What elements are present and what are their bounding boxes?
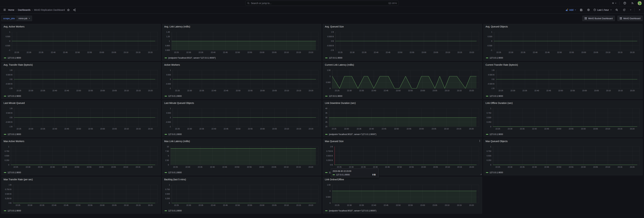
panel-header[interactable]: Avg. Queued Objects <box>484 24 643 29</box>
panel-header[interactable]: Avg. Link Latency (millis) <box>162 24 321 29</box>
chart-canvas[interactable] <box>173 108 318 127</box>
series-label[interactable]: {endpoint="localhost:9010", server="127.… <box>168 57 216 59</box>
panel-chart[interactable]: 1 B0.750 B0.500 B0.250 B0 B22:2522:3022:… <box>2 177 160 213</box>
chart-canvas[interactable] <box>172 32 318 50</box>
series-label[interactable]: 127.0.0.1:9000 <box>490 171 503 174</box>
panel-chart[interactable]: 10.5000-0.500-122:2522:3022:3522:4022:45… <box>162 62 321 99</box>
series-label[interactable]: 127.0.0.1:9000 <box>490 57 503 59</box>
panel-chart[interactable]: 1.401.2010.8000.60022:2522:3022:3522:402… <box>162 24 321 61</box>
series-label[interactable]: 127.0.0.1:9000 <box>8 171 21 174</box>
panel-chart[interactable]: 10.7500.5000.250022:2522:3022:3522:4022:… <box>484 100 643 137</box>
variable-scrape-jobs[interactable]: scrape_jobs minio-job <box>1 16 32 21</box>
series-label[interactable]: 127.0.0.1:9000 <box>490 95 503 97</box>
grafana-logo[interactable] <box>2 1 6 5</box>
panel-header[interactable]: Max Queued Size <box>323 139 482 144</box>
panel-header[interactable]: Link Online/Offline <box>323 177 482 182</box>
panel-chart[interactable]: 1 B0.500 B0 B-0.500 B-1 B22:2522:3022:35… <box>484 62 643 99</box>
series-label[interactable]: 127.0.0.1:9000 <box>168 171 182 174</box>
x-axis-tick-label: 22:30 <box>508 128 512 130</box>
chart-canvas[interactable] <box>332 185 479 203</box>
new-menu-button[interactable] <box>612 1 616 6</box>
panel-chart[interactable]: 1.5010.500022:2522:3022:3522:4022:4522:5… <box>323 177 482 213</box>
dashboard-settings-button[interactable] <box>586 8 591 13</box>
search-input[interactable]: Search or jump to... ctrl+k <box>246 1 398 6</box>
panel-chart[interactable]: 10.7500.5000.250022:2522:3022:3522:4022:… <box>484 139 643 175</box>
panel-header[interactable]: Last Minute Queued Objects <box>162 100 321 105</box>
panel-chart[interactable]: 1 B0.500 B0 B-0.500 B-1 B22:2522:3022:35… <box>2 62 160 99</box>
zoom-out-time-button[interactable] <box>614 8 619 13</box>
panel-chart[interactable]: 10.5000-0.500-122:2522:3022:3522:4022:45… <box>162 100 321 137</box>
share-button[interactable] <box>72 8 77 13</box>
link-minio-dashboard[interactable]: MinIO Dashboard <box>618 16 643 21</box>
series-label[interactable]: {endpoint="localhost:9010", server="127.… <box>329 133 376 136</box>
series-label[interactable]: 127.0.0.1:9000 <box>168 133 182 136</box>
refresh-button[interactable] <box>622 8 627 13</box>
series-label[interactable]: 127.0.0.1:9000 <box>8 209 21 212</box>
series-label[interactable]: 127.0.0.1:9000 <box>490 133 503 136</box>
variable-value-dropdown[interactable]: minio-job <box>17 16 32 21</box>
series-label[interactable]: 127.0.0.1:9000 <box>8 95 21 97</box>
panel-header[interactable]: Avg. Active Workers <box>2 24 160 29</box>
panel-header[interactable]: Current Transfer Rate (bytes/s) <box>484 62 643 67</box>
panel-header[interactable]: Max Queued Objects <box>484 139 643 144</box>
chart-canvas[interactable] <box>11 147 158 165</box>
chart-canvas[interactable] <box>173 70 318 88</box>
panel-header[interactable]: Current Link Latency (millis) <box>323 62 482 67</box>
chart-canvas[interactable] <box>13 185 158 203</box>
panel-header[interactable]: Max Transfer Rate (per sec) <box>2 177 160 182</box>
panel-chart[interactable]: 10.7500.5000.250022:2522:3022:3522:4022:… <box>162 177 321 213</box>
series-label[interactable]: 127.0.0.1:9000 <box>329 95 342 97</box>
refresh-interval-picker[interactable] <box>629 8 632 13</box>
panel-header[interactable]: Last Minute Queued <box>2 100 160 105</box>
chart-canvas[interactable] <box>329 108 479 127</box>
panel-header[interactable]: Max Link Latency (millis) <box>162 139 321 144</box>
series-label[interactable]: 127.0.0.1:9000 <box>8 57 21 59</box>
chart-canvas[interactable] <box>12 32 158 50</box>
help-button[interactable] <box>622 1 627 6</box>
chart-canvas[interactable] <box>172 185 318 203</box>
panel-header[interactable]: Avg. Queued Size <box>323 24 482 29</box>
series-label[interactable]: 127.0.0.1:9000 <box>168 95 182 97</box>
chart-canvas[interactable] <box>332 70 479 88</box>
chart-canvas[interactable] <box>334 147 479 165</box>
news-icon[interactable] <box>630 1 635 6</box>
panel-header[interactable]: Backlog (last 5 mins) <box>162 177 321 182</box>
breadcrumb-dashboards[interactable]: Dashboards <box>18 9 30 11</box>
panel-header[interactable]: Avg. Transfer Rate (bytes/s) <box>2 62 160 67</box>
time-range-picker[interactable]: Last 1 hour <box>594 9 612 11</box>
panel-chart[interactable]: 1 B0.500 B0 B-0.500 B-1 B22:2522:3022:35… <box>323 24 482 61</box>
chart-canvas[interactable] <box>14 70 158 88</box>
panel-chart[interactable]: 403530252022:2522:3022:3522:4022:4522:50… <box>323 100 482 137</box>
panel-header[interactable]: Link Offline Duration (sec) <box>484 100 643 105</box>
chart-canvas[interactable] <box>493 108 640 127</box>
add-panel-button[interactable]: Add <box>566 9 576 11</box>
favorite-star-button[interactable] <box>66 8 71 13</box>
link-minio-bucket-dashboard[interactable]: MinIO Bucket Dashboard <box>582 16 615 21</box>
panel-chart[interactable]: 10.5000-0.500-122:2522:3022:3522:4022:45… <box>2 24 160 61</box>
chart-canvas[interactable] <box>171 147 318 165</box>
user-avatar[interactable] <box>638 1 642 5</box>
series-label[interactable]: 127.0.0.1:9000 <box>329 57 342 59</box>
series-label[interactable]: 127.0.0.1:9000 <box>168 209 182 212</box>
menu-toggle-button[interactable] <box>2 8 7 13</box>
chart-canvas[interactable] <box>336 32 479 50</box>
chart-canvas[interactable] <box>493 147 640 165</box>
panel-chart[interactable]: 10.5000-0.500-122:2522:3022:3522:4022:45… <box>484 24 643 61</box>
series-label[interactable]: 127.0.0.1:9000 <box>8 133 21 136</box>
panel-header[interactable]: Link Downtime Duration (sec) <box>323 100 482 105</box>
breadcrumb-home[interactable]: Home <box>8 9 14 11</box>
panel-chart[interactable]: 107.5052.50022:2522:3022:3522:4022:4522:… <box>162 139 321 175</box>
save-dashboard-button[interactable] <box>579 8 584 13</box>
panel-chart[interactable]: 1.5010.500022:2522:3022:3522:4022:4522:5… <box>323 62 482 99</box>
panel-header[interactable]: Active Workers <box>162 62 321 67</box>
panel-resize-handle[interactable] <box>480 174 482 175</box>
chart-canvas[interactable] <box>494 32 640 50</box>
panel-header[interactable]: Max Active Workers <box>2 139 160 144</box>
collapse-topbar-button[interactable] <box>637 8 642 13</box>
x-axis-tick-label: 22:40 <box>372 204 376 206</box>
panel-chart[interactable]: 10.7500.5000.250022:2522:3022:3522:4022:… <box>2 139 160 175</box>
chart-canvas[interactable] <box>14 108 158 127</box>
panel-chart[interactable]: 1 B0.500 B0 B-0.500 B-1 B22:2522:3022:35… <box>2 100 160 137</box>
series-label[interactable]: {endpoint="localhost:9010", server="127.… <box>329 209 376 212</box>
chart-canvas[interactable] <box>496 70 640 88</box>
